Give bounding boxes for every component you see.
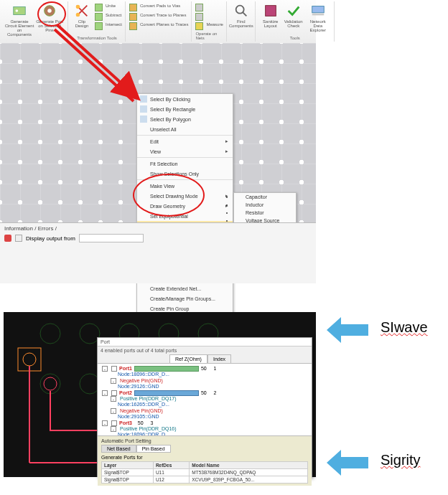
tab-refz[interactable]: Ref Z(Ohm) xyxy=(169,354,207,363)
find-components-button[interactable]: Find Components xyxy=(230,3,252,28)
port-tree[interactable]: - Port1 50 1 Node:18096::DDR_D... - Nega… xyxy=(98,364,312,435)
output-from-select[interactable] xyxy=(79,234,144,242)
auto-title: Automatic Port Setting xyxy=(101,438,308,443)
gen-port-selected-pins-button[interactable]: Generate Port on Selected Pins xyxy=(34,3,65,37)
submenu-inductor[interactable]: Inductor xyxy=(234,201,296,209)
port-dialog[interactable]: Port 4 enabled ports out of 4 total port… xyxy=(97,337,312,477)
tab-index[interactable]: Index xyxy=(207,354,231,363)
submenu-capacitor[interactable]: Capacitor xyxy=(234,193,296,201)
ctx-edit[interactable]: Edit▸ xyxy=(137,136,233,146)
tab-pin-based[interactable]: Pin Based xyxy=(136,445,171,453)
measure-button[interactable]: Measure xyxy=(195,22,223,31)
clip-design-button[interactable]: Clip Design xyxy=(72,3,92,31)
svg-rect-0 xyxy=(14,7,26,15)
sigrity-window: Port 4 enabled ports out of 4 total port… xyxy=(4,312,316,477)
ctx-draw-geometry[interactable]: Draw Geometry▸ xyxy=(137,201,233,211)
ctx-view[interactable]: View▸ xyxy=(137,146,233,156)
svg-point-4 xyxy=(76,13,80,17)
svg-point-5 xyxy=(76,5,80,9)
sanitize-layout-button[interactable]: Sanitize Layout xyxy=(259,3,282,32)
convert-planes-button[interactable]: Convert Planes to Traces xyxy=(129,22,188,31)
dialog-tabs: Ref Z(Ohm) Index xyxy=(98,354,312,364)
convert-pads-button[interactable]: Convert Pads to Vias xyxy=(129,3,188,12)
svg-point-1 xyxy=(16,9,19,12)
ctx-select-by-rectangle[interactable]: Select By Rectangle xyxy=(137,104,233,114)
output-from-label: Display output from xyxy=(26,235,75,242)
siwave-window: Generate Circuit Element on Components G… xyxy=(0,0,316,283)
arrow-to-siwave xyxy=(327,316,370,344)
svg-point-22 xyxy=(44,377,57,390)
info-panel: Information / Errors / Display output fr… xyxy=(0,222,316,283)
intersect-button[interactable]: Intersect xyxy=(95,22,122,31)
svg-rect-8 xyxy=(265,6,276,16)
ctx-select-by-clicking[interactable]: Select By Clicking xyxy=(137,94,233,104)
ctx-set-equipotential[interactable]: Set Equipotential xyxy=(137,211,233,221)
ctx-show-selections-only[interactable]: Show Selections Only xyxy=(137,169,233,179)
generate-ports-label: Generate Ports for xyxy=(101,455,308,460)
auto-tabs: Net Based Pin Based xyxy=(101,445,308,453)
ribbon: Generate Circuit Element on Components G… xyxy=(0,0,316,43)
clear-icon[interactable] xyxy=(4,235,11,242)
ctx-select-drawing-mode[interactable]: Select Drawing Mode▸ xyxy=(137,191,233,201)
info-panel-title: Information / Errors / xyxy=(4,225,312,232)
svg-line-7 xyxy=(243,12,247,16)
ctx-fit-selection[interactable]: Fit Selection xyxy=(137,159,233,169)
tab-net-based[interactable]: Net Based xyxy=(101,445,136,453)
auto-port-table[interactable]: LayerRefDesModel Name Signal$TOPU11MT53B… xyxy=(101,461,308,484)
dialog-title: Port xyxy=(98,338,312,346)
arrow-to-sigrity xyxy=(327,448,370,477)
svg-point-3 xyxy=(47,9,52,13)
ctx-select-by-polygon[interactable]: Select By Polygon xyxy=(137,114,233,124)
subtract-button[interactable]: Subtract xyxy=(95,12,122,22)
unite-button[interactable]: Unite xyxy=(95,3,122,12)
auto-port-setting: Automatic Port Setting Net Based Pin Bas… xyxy=(98,435,312,486)
svg-rect-10 xyxy=(312,14,324,16)
ctx-unselect-all[interactable]: Unselect All xyxy=(137,124,233,134)
validation-check-button[interactable]: Validation Check xyxy=(282,3,305,32)
svg-point-18 xyxy=(40,374,60,394)
gen-circuit-element-button[interactable]: Generate Circuit Element on Components xyxy=(4,3,34,37)
label-sigrity: Sigrity xyxy=(381,452,421,468)
svg-point-21 xyxy=(23,353,36,366)
copy-icon[interactable] xyxy=(15,235,22,242)
ctx-make-view[interactable]: Make View xyxy=(137,181,233,191)
ctx-create-manage-pin-groups-[interactable]: Create/Manage Pin Groups... xyxy=(137,293,233,303)
svg-point-13 xyxy=(40,324,60,344)
convert-trace-button[interactable]: Convert Trace to Planes xyxy=(129,12,188,22)
network-data-explorer-button[interactable]: Network Data Explorer xyxy=(305,3,331,32)
submenu-resistor[interactable]: Resistor xyxy=(234,209,296,217)
svg-rect-9 xyxy=(312,6,324,13)
ctx-create-extended-net-[interactable]: Create Extended Net... xyxy=(137,283,233,293)
label-siwave: SIwave xyxy=(381,319,428,336)
dialog-subtitle: 4 enabled ports out of 4 total ports xyxy=(98,346,312,354)
